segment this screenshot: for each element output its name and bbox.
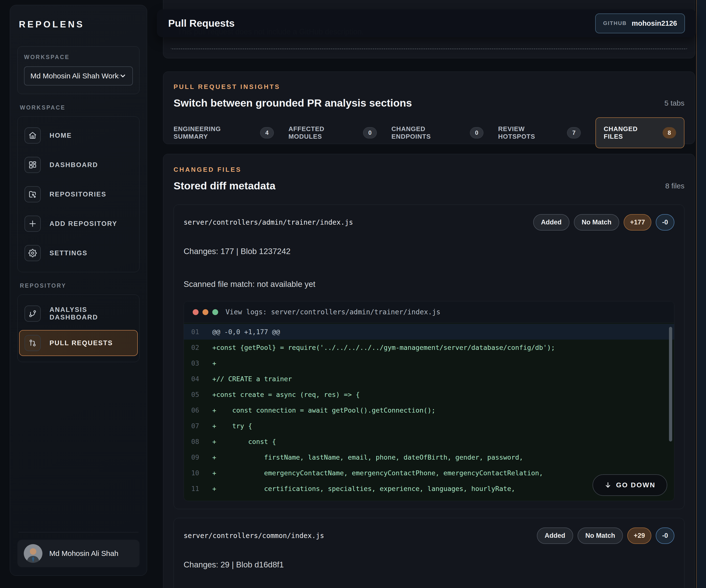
tab-count-badge: 0 bbox=[470, 127, 483, 138]
sidebar-item-analysis-dashboard[interactable]: ANALYSIS DASHBOARD bbox=[25, 305, 132, 322]
diff-terminal: View logs: server/controllers/admin/trai… bbox=[184, 301, 674, 501]
user-pill[interactable]: Md Mohosin Ali Shah bbox=[17, 540, 140, 567]
repo-section-label: REPOSITORY bbox=[20, 283, 138, 289]
sidebar: REPOLENS WORKSPACE Md Mohosin Ali Shah W… bbox=[10, 5, 147, 576]
main-content: Completed 3/27/2026, 10:32:21 PM Merge c… bbox=[157, 0, 696, 588]
user-name: Md Mohosin Ali Shah bbox=[49, 549, 118, 558]
workspace-nav: HOME DASHBOARD REPOSITORIES ADD REPOSITO… bbox=[17, 116, 140, 272]
additions-badge: +177 bbox=[624, 214, 651, 230]
deletions-badge: -0 bbox=[656, 528, 674, 544]
arrow-down-icon bbox=[604, 481, 612, 489]
files-count: 8 files bbox=[665, 182, 684, 190]
tab-changed-endpoints[interactable]: CHANGED ENDPOINTS 0 bbox=[391, 125, 483, 140]
file-changes-line: Changes: 177 | Blob 1237242 bbox=[184, 247, 674, 256]
insights-section-label: PULL REQUEST INSIGHTS bbox=[173, 83, 684, 91]
repositories-icon bbox=[25, 186, 41, 202]
sidebar-item-repositories[interactable]: REPOSITORIES bbox=[25, 186, 132, 202]
window-maximize-dot-icon bbox=[212, 309, 218, 315]
diff-line: 05+const create = async (req, res) => { bbox=[184, 387, 674, 402]
changed-files-section-label: CHANGED FILES bbox=[173, 166, 684, 173]
analysis-dashboard-icon bbox=[25, 305, 41, 322]
nav-section-label: WORKSPACE bbox=[20, 104, 138, 111]
insights-tabs: ENGINEERING SUMMARY 4 AFFECTED MODULES 0… bbox=[173, 125, 684, 140]
page-title: Pull Requests bbox=[168, 17, 235, 29]
file-path: server/controllers/common/index.js bbox=[184, 532, 324, 540]
insights-title: Switch between grounded PR analysis sect… bbox=[173, 97, 412, 109]
sidebar-item-home[interactable]: HOME bbox=[25, 127, 132, 143]
home-icon bbox=[25, 127, 41, 143]
add-repository-icon bbox=[25, 216, 41, 232]
workspace-select-value: Md Mohosin Ali Shah Workspa bbox=[30, 72, 119, 80]
tab-changed-files[interactable]: CHANGED FILES 8 bbox=[595, 117, 684, 148]
github-label: GITHUB bbox=[603, 20, 627, 27]
diff-line: 04+// CREATE a trainer bbox=[184, 371, 674, 387]
sidebar-item-label: PULL REQUESTS bbox=[49, 339, 113, 347]
sidebar-item-label: DASHBOARD bbox=[49, 161, 98, 169]
sidebar-item-label: SETTINGS bbox=[49, 249, 87, 257]
sidebar-item-pull-requests[interactable]: PULL REQUESTS bbox=[19, 330, 138, 356]
avatar bbox=[24, 544, 42, 563]
tab-count-badge: 7 bbox=[567, 127, 581, 138]
dashboard-icon bbox=[25, 157, 41, 173]
repository-nav: ANALYSIS DASHBOARD PULL REQUESTS bbox=[17, 294, 140, 362]
diff-line: 07+ try { bbox=[184, 418, 674, 434]
file-badges: Added No Match +29 -0 bbox=[537, 528, 674, 544]
terminal-body: 01@@ -0,0 +1,177 @@ 02+const {getPool} =… bbox=[184, 323, 674, 501]
workspace-card: WORKSPACE Md Mohosin Ali Shah Workspa bbox=[17, 46, 140, 94]
file-badges: Added No Match +177 -0 bbox=[533, 214, 674, 230]
sidebar-item-label: HOME bbox=[49, 132, 72, 139]
sidebar-item-add-repository[interactable]: ADD REPOSITORY bbox=[25, 216, 132, 232]
terminal-header: View logs: server/controllers/admin/trai… bbox=[184, 301, 674, 323]
file-path: server/controllers/admin/trainer/index.j… bbox=[184, 218, 353, 226]
status-badge: Added bbox=[533, 214, 570, 230]
sidebar-item-label: ANALYSIS DASHBOARD bbox=[49, 306, 132, 321]
file-changes-line: Changes: 29 | Blob d16d8f1 bbox=[184, 560, 674, 570]
tab-engineering-summary[interactable]: ENGINEERING SUMMARY 4 bbox=[173, 125, 274, 140]
workspace-card-label: WORKSPACE bbox=[24, 54, 133, 60]
match-badge: No Match bbox=[578, 528, 623, 544]
window-close-dot-icon bbox=[193, 309, 199, 315]
diff-line: 09+ firstName, lastName, email, phone, d… bbox=[184, 449, 674, 465]
diff-line: 08+ const { bbox=[184, 434, 674, 449]
sidebar-item-label: ADD REPOSITORY bbox=[49, 220, 117, 227]
tabs-count: 5 tabs bbox=[664, 99, 684, 107]
pull-requests-icon bbox=[25, 335, 41, 351]
match-badge: No Match bbox=[574, 214, 620, 230]
diff-line: 03+ bbox=[184, 355, 674, 371]
diff-line: 02+const {getPool} = require('../../../.… bbox=[184, 340, 674, 355]
sidebar-item-label: REPOSITORIES bbox=[49, 191, 106, 198]
terminal-title: View logs: server/controllers/admin/trai… bbox=[226, 308, 440, 316]
tab-affected-modules[interactable]: AFFECTED MODULES 0 bbox=[288, 125, 377, 140]
tab-count-badge: 8 bbox=[663, 127, 676, 138]
sidebar-item-dashboard[interactable]: DASHBOARD bbox=[25, 157, 132, 173]
tab-count-badge: 4 bbox=[260, 127, 274, 138]
file-card: server/controllers/common/index.js Added… bbox=[173, 518, 684, 588]
deletions-badge: -0 bbox=[656, 214, 674, 230]
brand-logo: REPOLENS bbox=[17, 15, 140, 32]
tab-review-hotspots[interactable]: REVIEW HOTSPOTS 7 bbox=[498, 125, 581, 140]
file-scan-line: Scanned file match: not available yet bbox=[184, 280, 674, 289]
sidebar-item-settings[interactable]: SETTINGS bbox=[25, 245, 132, 261]
go-down-button[interactable]: GO DOWN bbox=[592, 474, 667, 496]
pr-insights-section: PULL REQUEST INSIGHTS Switch between gro… bbox=[163, 72, 695, 144]
page-scrollbar[interactable] bbox=[696, 0, 706, 588]
file-card: server/controllers/admin/trainer/index.j… bbox=[173, 205, 684, 509]
diff-line: 01@@ -0,0 +1,177 @@ bbox=[184, 324, 674, 340]
workspace-select[interactable]: Md Mohosin Ali Shah Workspa bbox=[24, 67, 133, 85]
sidebar-bottom: Md Mohosin Ali Shah bbox=[17, 532, 140, 567]
window-dots bbox=[193, 309, 218, 315]
tab-count-badge: 0 bbox=[363, 127, 377, 138]
changed-files-title: Stored diff metadata bbox=[173, 180, 276, 192]
github-account-badge[interactable]: GITHUB mohosin2126 bbox=[595, 13, 685, 33]
terminal-scrollbar[interactable] bbox=[669, 327, 672, 442]
changed-files-section: CHANGED FILES Stored diff metadata 8 fil… bbox=[163, 154, 695, 588]
chevron-down-icon bbox=[119, 72, 126, 80]
status-badge: Added bbox=[537, 528, 573, 544]
settings-icon bbox=[25, 245, 41, 261]
window-minimize-dot-icon bbox=[202, 309, 208, 315]
page-header: Pull Requests GITHUB mohosin2126 bbox=[157, 9, 696, 37]
diff-line: 06+ const connection = await getPool().g… bbox=[184, 402, 674, 418]
additions-badge: +29 bbox=[627, 528, 651, 544]
github-username: mohosin2126 bbox=[632, 19, 677, 28]
